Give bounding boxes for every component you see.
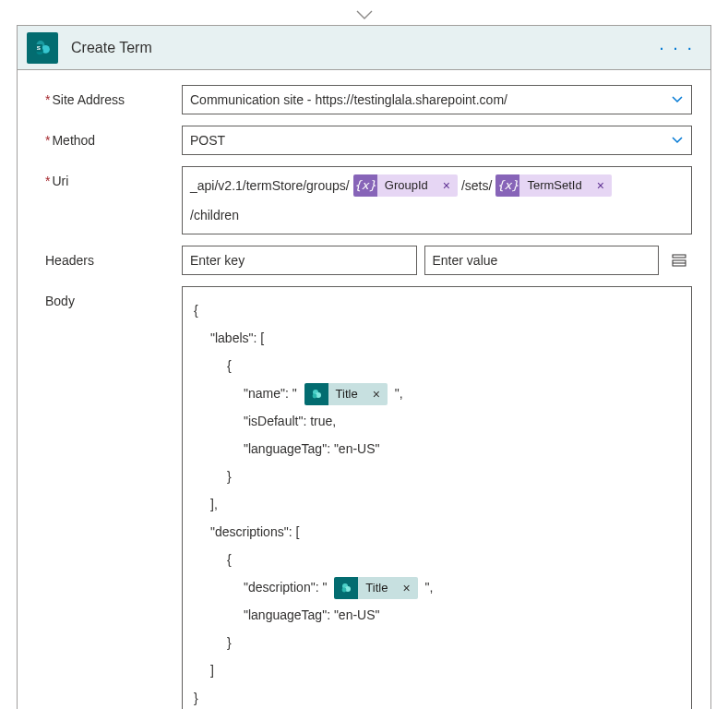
token-title[interactable]: Title × [334,577,417,599]
flow-arrow-in [17,7,711,27]
header-key-input[interactable]: Enter key [182,246,417,275]
remove-token-button[interactable]: × [365,383,388,405]
svg-text:S: S [37,44,41,51]
remove-token-button[interactable]: × [395,577,417,599]
label-site-address: *Site Address [45,85,165,107]
expression-icon: {x} [353,174,377,197]
header-value-input[interactable]: Enter value [424,246,660,275]
site-address-dropdown[interactable]: Communication site - https://testinglala… [182,85,692,114]
remove-token-button[interactable]: × [436,174,458,197]
token-termsetid[interactable]: {x} TermSetId × [495,174,611,197]
token-title[interactable]: Title × [304,383,388,405]
uri-input[interactable]: _api/v2.1/termStore/groups/ {x} GroupId … [182,166,692,234]
sharepoint-icon: S [27,32,58,64]
action-title[interactable]: Create Term [71,40,638,56]
label-uri: *Uri [45,166,165,188]
switch-to-text-mode-button[interactable] [666,247,692,273]
label-method: *Method [45,126,165,148]
svg-rect-5 [673,255,686,258]
label-body: Body [45,286,165,308]
svg-point-13 [342,588,347,593]
action-card: S Create Term · · · *Site Address Commun… [17,25,711,709]
sharepoint-icon [304,383,328,405]
chevron-down-icon [671,134,684,147]
token-groupid[interactable]: {x} GroupId × [353,174,458,197]
label-headers: Headers [45,246,165,268]
chevron-down-icon [671,93,684,106]
remove-token-button[interactable]: × [590,174,612,197]
sharepoint-icon [334,577,358,599]
method-dropdown[interactable]: POST [182,126,692,155]
body-input[interactable]: { "labels": [ { "name": " Title × ", "is… [182,286,692,709]
action-menu-button[interactable]: · · · [651,33,701,62]
action-card-header[interactable]: S Create Term · · · [18,26,710,70]
expression-icon: {x} [495,174,519,197]
svg-point-10 [312,394,316,399]
